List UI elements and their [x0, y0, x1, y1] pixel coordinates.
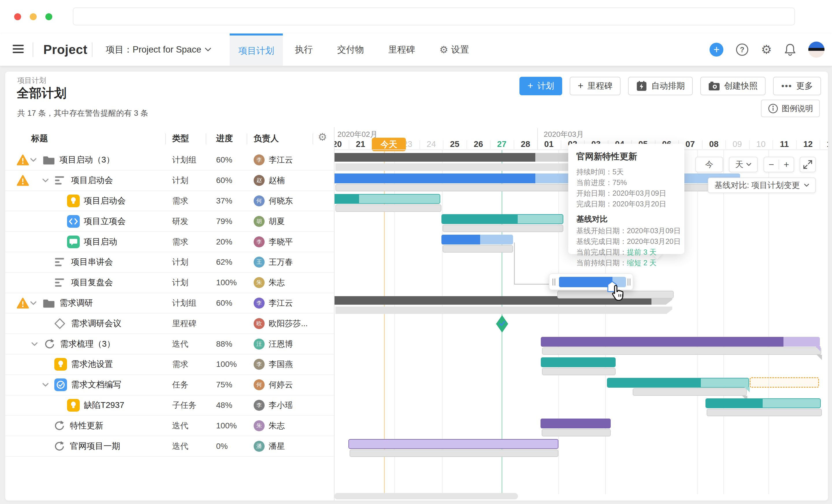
day-label: 09	[733, 139, 742, 149]
table-row[interactable]: 项目立项会研发79%胡胡夏	[5, 211, 334, 232]
chevron-down-icon[interactable]	[30, 158, 37, 162]
gantt-bar[interactable]	[541, 419, 611, 428]
gantt-bar[interactable]	[607, 378, 749, 388]
row-progress: 60%	[216, 299, 232, 308]
top-nav: Project 项目：Project for Space 项目计划执行交付物里程…	[0, 33, 832, 66]
owner-name: 李小瑶	[269, 400, 293, 411]
tab-label: 设置	[451, 44, 469, 56]
help-icon[interactable]: ?	[735, 43, 749, 56]
zoom-in-button[interactable]: +	[779, 159, 794, 170]
zoom-out-button[interactable]: −	[764, 159, 779, 170]
gantt-bar[interactable]	[705, 398, 821, 408]
owner-avatar: 何	[254, 195, 265, 206]
list-icon	[54, 278, 65, 287]
milestone-diamond[interactable]	[496, 315, 509, 333]
row-type: 计划组	[172, 155, 197, 165]
chevron-down-icon[interactable]	[42, 383, 49, 387]
owner-avatar: 何	[254, 379, 265, 390]
owner-name: 李晓平	[269, 236, 293, 247]
chevron-down-icon[interactable]	[30, 301, 37, 305]
minimize-window-button[interactable]	[30, 13, 37, 20]
column-divider	[165, 133, 166, 144]
group-bar-progress	[334, 153, 535, 162]
settings-icon[interactable]: ⚙	[761, 44, 772, 56]
baseline-compare-value: 基线对比: 项目计划变更	[714, 180, 800, 191]
table-row[interactable]: 缺陷T2937子任务48%李李小瑶	[5, 395, 334, 416]
tooltip-label: 完成日期：	[576, 200, 613, 208]
close-window-button[interactable]	[14, 13, 21, 20]
owner-name: 欧阳莎莎...	[269, 318, 308, 329]
table-row[interactable]: 项目启动（3）计划组60%李李江云	[5, 150, 334, 171]
chevron-down-icon[interactable]	[42, 178, 49, 183]
horizontal-scrollbar[interactable]	[334, 493, 518, 499]
table-row[interactable]: 需求梳理（3）迭代88%汪汪恩博	[5, 334, 334, 355]
pane-divider[interactable]	[334, 127, 335, 501]
table-row[interactable]: 项目串讲会计划62%王王万春	[5, 252, 334, 273]
gantt-bar[interactable]	[541, 357, 616, 367]
row-title: 项目立项会	[84, 216, 126, 227]
tooltip-row: 基线开始日期：2020年03月09日	[576, 225, 679, 236]
tab-执行[interactable]: 执行	[283, 33, 325, 66]
row-title: 需求文档编写	[71, 379, 121, 391]
user-avatar[interactable]	[808, 41, 825, 58]
gantt-bar[interactable]	[348, 439, 558, 449]
gantt-gridline	[558, 150, 559, 494]
chevron-down-icon[interactable]	[31, 342, 38, 346]
gantt-bar[interactable]	[441, 214, 563, 224]
row-title: 项目启动会	[71, 175, 113, 186]
owner-avatar: 胡	[254, 216, 265, 227]
gantt-gridline	[697, 150, 698, 494]
table-row[interactable]: 项目启动会需求37%何何晓东	[5, 191, 334, 212]
app-window: Project 项目：Project for Space 项目计划执行交付物里程…	[0, 0, 832, 504]
row-progress: 79%	[216, 217, 232, 226]
gantt-bar[interactable]	[441, 235, 513, 245]
gantt-bar[interactable]	[541, 337, 820, 347]
gantt-bar-progress	[541, 419, 611, 428]
tab-项目计划[interactable]: 项目计划	[230, 33, 283, 66]
row-owner: 何何婷云	[254, 379, 293, 390]
zoom-window-button[interactable]	[45, 13, 52, 20]
tooltip-value: 75%	[613, 178, 627, 187]
tab-交付物[interactable]: 交付物	[325, 33, 376, 66]
baseline-compare-dropdown[interactable]: 基线对比: 项目计划变更	[708, 177, 816, 193]
tooltip-value: 2020年03月20日	[627, 237, 681, 245]
gantt-bar[interactable]	[334, 194, 440, 204]
today-button[interactable]: 今	[695, 157, 723, 172]
warning-icon	[17, 297, 29, 309]
table-row[interactable]: 需求调研计划组60%李李江云	[5, 293, 334, 314]
hamburger-menu-icon[interactable]	[13, 45, 24, 55]
zoom-controls[interactable]: −+	[763, 157, 794, 172]
time-scale-dropdown[interactable]: 天	[729, 157, 758, 172]
table-settings-icon[interactable]: ⚙	[318, 131, 329, 145]
row-progress: 100%	[216, 360, 237, 369]
table-row[interactable]: 官网项目一期迭代0%潘潘星	[5, 436, 334, 457]
tab-label: 里程碑	[388, 44, 415, 56]
day-label: 07	[685, 139, 695, 149]
table-row[interactable]: 项目启动会计划60%赵赵楠	[5, 171, 334, 191]
gantt-bar-progress	[442, 215, 518, 224]
table-row[interactable]: 需求文档编写任务75%何何婷云	[5, 375, 334, 395]
table-row[interactable]: 特性更新迭代100%朱朱志	[5, 416, 334, 436]
table-row[interactable]: 项目启动需求20%李李晓平	[5, 232, 334, 252]
tab-里程碑[interactable]: 里程碑	[376, 33, 427, 66]
row-owner: 李李晓平	[254, 236, 293, 247]
notifications-icon[interactable]	[784, 43, 796, 56]
fullscreen-button[interactable]	[800, 157, 816, 172]
table-row[interactable]: 需求池设置需求100%李李国燕	[5, 355, 334, 375]
today-badge[interactable]: 今天	[372, 138, 406, 151]
owner-avatar: 朱	[254, 420, 265, 431]
day-tick	[561, 140, 561, 149]
svg-text:?: ?	[740, 46, 745, 54]
drag-handle-right[interactable]	[627, 279, 631, 285]
project-switcher[interactable]: 项目：Project for Space	[106, 44, 211, 56]
baseline-bar	[707, 409, 822, 416]
create-button[interactable]: +	[709, 43, 723, 57]
day-tick	[490, 140, 491, 149]
table-row[interactable]: 需求调研会议里程碑欧欧阳莎莎...	[5, 313, 334, 334]
folder-icon	[43, 298, 55, 308]
table-row[interactable]: 项目复盘会计划100%朱朱志	[5, 273, 334, 293]
baseline-bar	[349, 449, 558, 457]
overdue-extension	[750, 377, 819, 388]
tab-设置[interactable]: ⚙设置	[427, 33, 481, 66]
drag-handle-left[interactable]	[552, 279, 556, 285]
